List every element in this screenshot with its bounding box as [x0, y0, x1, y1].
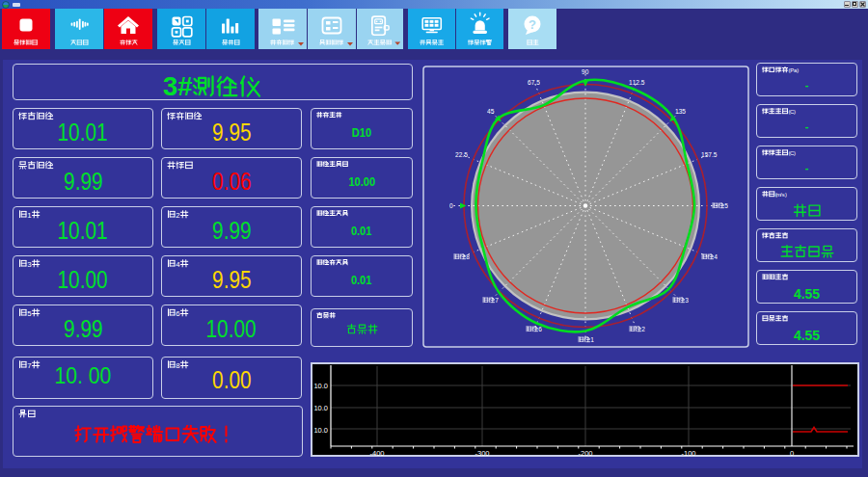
svg-text:8: 8 — [466, 253, 470, 260]
svg-text:): ) — [794, 109, 796, 115]
svg-text:0: 0 — [585, 68, 589, 75]
svg-text:0: 0 — [790, 449, 794, 457]
svg-text:2: 2 — [641, 326, 645, 332]
svg-text:10.0: 10.0 — [313, 426, 328, 435]
svg-text:7: 7 — [495, 297, 499, 304]
svg-text:): ) — [785, 192, 787, 198]
svg-text:): ) — [794, 150, 796, 156]
svg-text:1: 1 — [590, 336, 594, 343]
svg-text:#: # — [177, 75, 192, 101]
svg-text:5: 5 — [464, 151, 468, 158]
svg-text:3: 3 — [163, 75, 177, 101]
svg-text:3: 3 — [685, 297, 689, 304]
svg-text:10.0: 10.0 — [313, 404, 328, 412]
svg-text:): ) — [797, 67, 799, 73]
svg-text:5: 5 — [724, 202, 728, 209]
svg-text:-100: -100 — [681, 449, 695, 457]
svg-text:-400: -400 — [369, 449, 384, 457]
svg-text:5: 5 — [714, 151, 718, 158]
svg-text:5: 5 — [491, 108, 495, 115]
svg-text:?: ? — [529, 17, 536, 32]
svg-text:10.0: 10.0 — [313, 382, 328, 390]
svg-text:5: 5 — [537, 79, 541, 86]
svg-text:4: 4 — [714, 253, 718, 260]
svg-text:-300: -300 — [475, 449, 489, 457]
svg-text:-200: -200 — [578, 449, 592, 457]
svg-text:5: 5 — [641, 79, 645, 86]
svg-text:6: 6 — [539, 326, 543, 332]
svg-text:0: 0 — [449, 202, 453, 209]
svg-text:5: 5 — [682, 108, 686, 115]
